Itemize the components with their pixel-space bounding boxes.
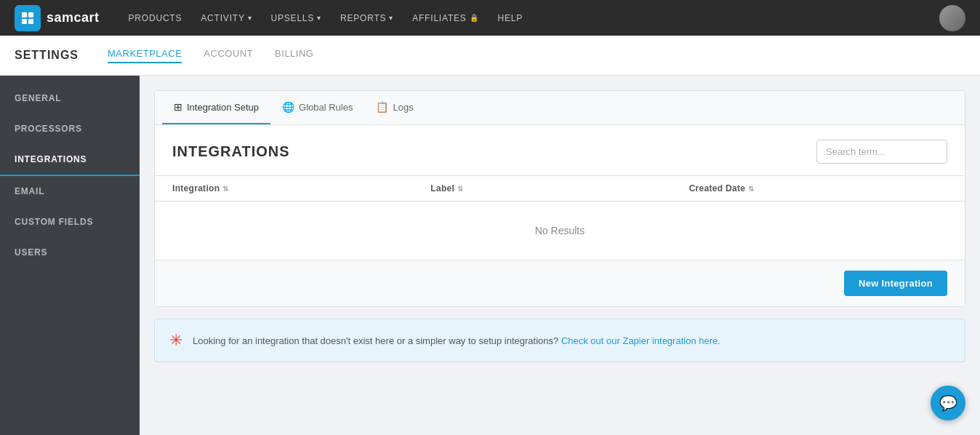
sidebar-item-integrations[interactable]: INTEGRATIONS xyxy=(0,144,140,176)
tab-global-rules[interactable]: 🌐 Global Rules xyxy=(270,91,364,124)
created-date-sort-icon[interactable]: ⇅ xyxy=(748,185,754,193)
sidebar-item-general[interactable]: GENERAL xyxy=(0,83,140,113)
no-results-text: No Results xyxy=(535,225,585,236)
activity-arrow-icon: ▾ xyxy=(248,14,252,22)
integration-setup-icon: ⊞ xyxy=(174,101,182,113)
nav-products[interactable]: PRODUCTS xyxy=(121,9,190,28)
chat-icon: 💬 xyxy=(939,394,957,412)
top-navigation: samcart PRODUCTS ACTIVITY ▾ UPSELLS ▾ RE… xyxy=(0,0,980,36)
integrations-title: INTEGRATIONS xyxy=(172,143,290,160)
settings-header: SETTINGS MARKETPLACE ACCOUNT BILLING xyxy=(0,36,980,76)
main-content: ⊞ Integration Setup 🌐 Global Rules 📋 Log… xyxy=(140,76,980,435)
zapier-notice-text: Looking for an integration that doesn't … xyxy=(193,335,720,346)
nav-activity[interactable]: ACTIVITY ▾ xyxy=(193,9,259,28)
main-layout: GENERAL PROCESSORS INTEGRATIONS EMAIL CU… xyxy=(0,76,980,435)
new-integration-button[interactable]: New Integration xyxy=(844,271,947,296)
table-body: No Results xyxy=(155,201,965,260)
reports-arrow-icon: ▾ xyxy=(389,14,393,22)
col-label: Label ⇅ xyxy=(430,183,688,193)
svg-rect-1 xyxy=(28,12,33,17)
tab-account[interactable]: ACCOUNT xyxy=(204,48,253,63)
zapier-icon: ✳ xyxy=(169,331,182,350)
settings-title: SETTINGS xyxy=(15,49,79,62)
integrations-header: INTEGRATIONS xyxy=(155,125,965,175)
integrations-card: ⊞ Integration Setup 🌐 Global Rules 📋 Log… xyxy=(154,90,965,307)
nav-items: PRODUCTS ACTIVITY ▾ UPSELLS ▾ REPORTS ▾ … xyxy=(121,9,939,28)
nav-reports[interactable]: REPORTS ▾ xyxy=(333,9,401,28)
table-header: Integration ⇅ Label ⇅ Created Date ⇅ xyxy=(155,175,965,201)
brand-name: samcart xyxy=(47,10,100,25)
tab-logs[interactable]: 📋 Logs xyxy=(364,91,425,124)
settings-tabs: MARKETPLACE ACCOUNT BILLING xyxy=(108,48,313,63)
integration-sort-icon[interactable]: ⇅ xyxy=(222,185,228,193)
nav-affiliates[interactable]: AFFILIATES 🔒 xyxy=(405,9,486,28)
svg-rect-3 xyxy=(28,19,33,24)
tab-integration-setup[interactable]: ⊞ Integration Setup xyxy=(162,91,270,124)
avatar[interactable] xyxy=(939,5,965,31)
table-footer: New Integration xyxy=(155,260,965,306)
sidebar-item-processors[interactable]: PROCESSORS xyxy=(0,113,140,144)
zapier-link[interactable]: Check out our Zapier integration here. xyxy=(561,335,720,346)
nav-help[interactable]: HELP xyxy=(490,9,530,28)
zapier-notice: ✳ Looking for an integration that doesn'… xyxy=(154,319,965,362)
sidebar: GENERAL PROCESSORS INTEGRATIONS EMAIL CU… xyxy=(0,76,140,435)
nav-upsells[interactable]: UPSELLS ▾ xyxy=(264,9,329,28)
sidebar-item-users[interactable]: USERS xyxy=(0,237,140,268)
svg-rect-2 xyxy=(22,19,27,24)
sidebar-item-custom-fields[interactable]: CUSTOM FIELDS xyxy=(0,207,140,237)
main-tabs-row: ⊞ Integration Setup 🌐 Global Rules 📋 Log… xyxy=(155,91,965,125)
sidebar-item-email[interactable]: EMAIL xyxy=(0,176,140,207)
global-rules-icon: 🌐 xyxy=(282,101,294,113)
chat-bubble[interactable]: 💬 xyxy=(931,386,965,420)
tab-marketplace[interactable]: MARKETPLACE xyxy=(108,48,182,63)
lock-icon: 🔒 xyxy=(470,14,479,22)
svg-rect-0 xyxy=(22,12,27,17)
upsells-arrow-icon: ▾ xyxy=(317,14,321,22)
logo-area[interactable]: samcart xyxy=(15,5,100,31)
tab-billing[interactable]: BILLING xyxy=(275,48,313,63)
logs-icon: 📋 xyxy=(376,101,388,113)
logo-icon xyxy=(15,5,41,31)
label-sort-icon[interactable]: ⇅ xyxy=(457,185,463,193)
col-integration: Integration ⇅ xyxy=(172,183,430,193)
col-created-date: Created Date ⇅ xyxy=(689,183,947,193)
search-input[interactable] xyxy=(816,140,947,164)
